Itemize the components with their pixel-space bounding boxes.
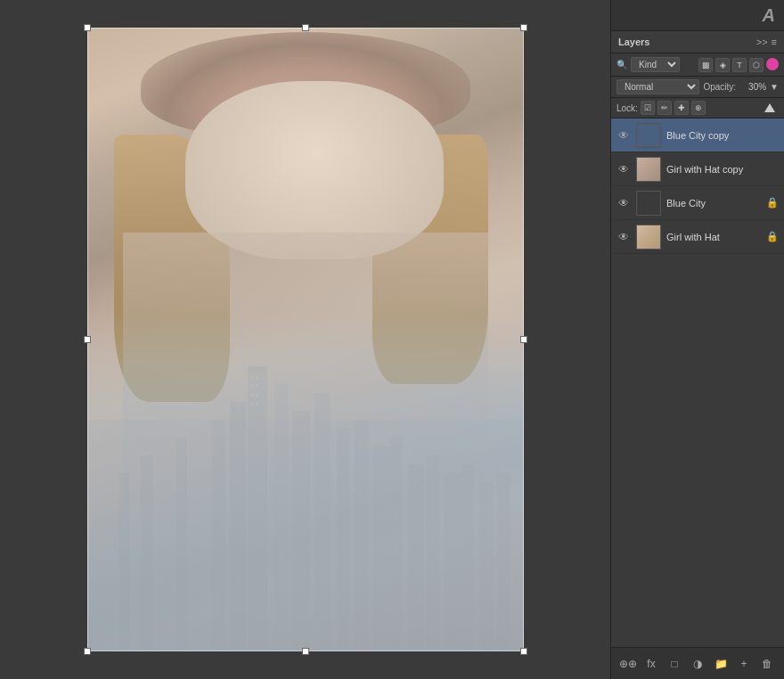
canvas-wrapper <box>87 28 524 651</box>
lock-all-btn[interactable]: ⊕ <box>691 101 706 115</box>
city-blend-overlay <box>87 313 524 651</box>
canvas-image <box>87 28 524 651</box>
arrange-triangle <box>764 103 775 112</box>
filter-row: 🔍 Kind Name Effect Mode Attribute Color … <box>611 53 784 77</box>
layer-thumb-image-girl-with-hat-copy <box>637 158 660 181</box>
handle-top-right[interactable] <box>520 24 527 31</box>
layer-thumb-girl-with-hat-copy <box>636 157 661 182</box>
layers-bottom-toolbar: ⊕⊕ fx □ ◑ 📁 + 🗑 <box>611 647 784 679</box>
handle-bottom-middle[interactable] <box>302 648 309 655</box>
fill-layer-btn[interactable]: ◑ <box>688 654 707 674</box>
opacity-arrow: ▼ <box>770 82 779 92</box>
layer-thumb-blue-city-copy <box>636 123 661 148</box>
filter-icons: ▩ ◈ T ⬡ <box>698 58 779 72</box>
layers-menu-icon[interactable]: ≡ <box>772 37 777 47</box>
filter-shape-icon[interactable]: ⬡ <box>749 58 764 72</box>
handle-bottom-left[interactable] <box>84 648 91 655</box>
blend-mode-row: Normal Multiply Screen Overlay Soft Ligh… <box>611 77 784 98</box>
layer-name-blue-city-copy: Blue City copy <box>666 130 779 141</box>
layers-panel-title: Layers <box>618 37 649 47</box>
layer-thumb-blue-city <box>636 191 661 216</box>
layer-name-girl-with-hat-copy: Girl with Hat copy <box>666 164 779 175</box>
layers-panel-header: Layers >> ≡ <box>611 31 784 53</box>
handle-middle-left[interactable] <box>84 336 91 343</box>
kind-select[interactable]: Kind Name Effect Mode Attribute Color <box>631 57 680 72</box>
layer-item-girl-with-hat[interactable]: 👁 Girl with Hat 🔒 <box>611 220 784 254</box>
link-layers-btn[interactable]: ⊕⊕ <box>618 654 638 674</box>
layer-lock-girl-with-hat: 🔒 <box>766 231 779 242</box>
layer-lock-blue-city: 🔒 <box>766 197 779 209</box>
layer-thumb-image-blue-city <box>637 192 660 215</box>
lock-pixels-btn[interactable]: ✏ <box>657 101 672 115</box>
right-panel: A Layers >> ≡ 🔍 Kind Name Effect Mode At… <box>610 0 784 679</box>
opacity-label: Opacity: <box>703 82 736 92</box>
layer-style-btn[interactable]: fx <box>641 654 661 674</box>
layer-item-blue-city-copy[interactable]: 👁 Blue City copy <box>611 119 784 152</box>
filter-toggle[interactable] <box>766 58 779 70</box>
delete-layer-btn[interactable]: 🗑 <box>757 654 777 674</box>
layer-thumb-image-girl-with-hat <box>637 225 660 249</box>
opacity-value[interactable]: 30% <box>739 82 766 92</box>
layers-header-icons: >> ≡ <box>756 37 777 47</box>
handle-top-left[interactable] <box>84 24 91 31</box>
filter-pixel-icon[interactable]: ▩ <box>698 58 713 72</box>
layer-mask-btn[interactable]: □ <box>665 654 684 674</box>
layers-panel: Layers >> ≡ 🔍 Kind Name Effect Mode Attr… <box>611 31 784 679</box>
new-layer-btn[interactable]: + <box>734 654 754 674</box>
handle-middle-right[interactable] <box>520 336 527 343</box>
lock-row: Lock: ☑ ✏ ✚ ⊕ <box>611 98 784 119</box>
search-icon: 🔍 <box>617 60 627 70</box>
lock-transparency-btn[interactable]: ☑ <box>641 101 655 115</box>
layer-visibility-blue-city-copy[interactable]: 👁 <box>617 129 631 142</box>
filter-adjust-icon[interactable]: ◈ <box>715 58 730 72</box>
top-icon-bar: A <box>611 0 784 31</box>
layer-name-girl-with-hat: Girl with Hat <box>666 232 761 242</box>
layers-expand-icon[interactable]: >> <box>756 37 768 47</box>
layer-thumb-image-blue-city-copy <box>637 124 660 147</box>
layer-thumb-girl-with-hat <box>636 225 661 250</box>
blend-mode-select[interactable]: Normal Multiply Screen Overlay Soft Ligh… <box>617 79 699 94</box>
layer-item-girl-with-hat-copy[interactable]: 👁 Girl with Hat copy <box>611 152 784 186</box>
layers-list: 👁 Blue City copy 👁 Girl with Hat copy 👁 <box>611 119 784 647</box>
new-group-btn[interactable]: 📁 <box>711 654 731 674</box>
handle-bottom-right[interactable] <box>520 648 527 655</box>
canvas-area <box>0 0 610 679</box>
layer-item-blue-city[interactable]: 👁 Blue City 🔒 <box>611 186 784 220</box>
layer-visibility-blue-city[interactable]: 👁 <box>617 197 631 209</box>
handle-top-middle[interactable] <box>302 24 309 31</box>
layer-visibility-girl-with-hat-copy[interactable]: 👁 <box>617 163 631 176</box>
layer-name-blue-city: Blue City <box>666 198 761 209</box>
lock-label: Lock: <box>617 103 638 113</box>
layer-visibility-girl-with-hat[interactable]: 👁 <box>617 231 631 243</box>
type-tool-icon[interactable]: A <box>763 5 775 26</box>
lock-position-btn[interactable]: ✚ <box>674 101 689 115</box>
filter-type-icon[interactable]: T <box>732 58 747 72</box>
